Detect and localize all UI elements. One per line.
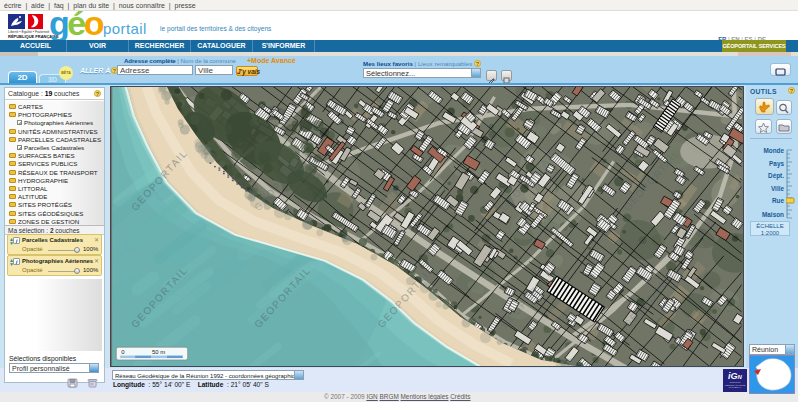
svg-text:50 m: 50 m	[152, 349, 165, 355]
